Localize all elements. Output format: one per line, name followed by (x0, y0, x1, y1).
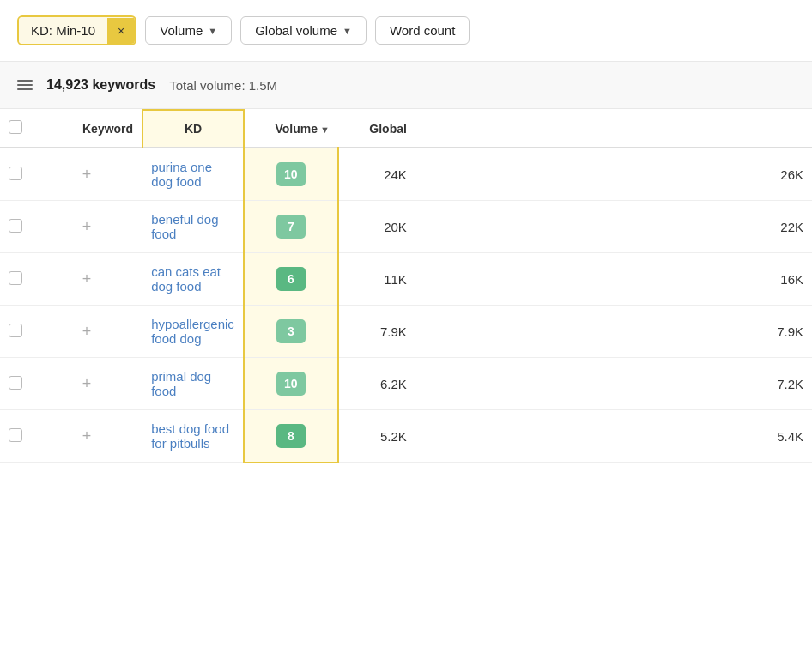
row-checkbox[interactable] (9, 271, 22, 285)
row-checkbox-cell (0, 306, 31, 358)
kd-badge: 10 (276, 372, 306, 396)
row-kd: 10 (244, 148, 338, 201)
add-keyword-icon[interactable]: + (82, 218, 92, 235)
row-keyword[interactable]: can cats eat dog food (142, 253, 244, 306)
row-global: 22K (415, 201, 812, 253)
row-volume: 7.9K (338, 306, 415, 358)
row-add-cell: + (31, 306, 142, 358)
row-checkbox-cell (0, 148, 31, 201)
word-count-filter-label: Word count (390, 23, 455, 38)
header-checkbox[interactable] (9, 120, 22, 134)
total-volume: Total volume: 1.5M (169, 78, 277, 93)
th-kd-label: KD (185, 122, 202, 136)
row-keyword[interactable]: primal dog food (142, 358, 244, 410)
row-keyword[interactable]: beneful dog food (142, 201, 244, 253)
row-global: 7.9K (415, 306, 812, 358)
row-kd: 7 (244, 201, 338, 253)
row-keyword[interactable]: purina one dog food (142, 148, 244, 201)
row-add-cell: + (31, 201, 142, 253)
kd-badge: 10 (276, 162, 306, 186)
add-keyword-icon[interactable]: + (82, 427, 92, 445)
th-global-label: Global (369, 122, 407, 136)
kd-badge: 3 (276, 319, 306, 343)
row-keyword[interactable]: hypoallergenic food dog (142, 306, 244, 358)
th-keyword-label: Keyword (82, 122, 133, 136)
global-volume-filter-arrow-icon: ▼ (342, 26, 352, 36)
row-checkbox-cell (0, 201, 31, 253)
th-global: Global (338, 110, 415, 148)
row-checkbox[interactable] (9, 219, 22, 233)
row-checkbox-cell (0, 358, 31, 410)
kd-filter-chip[interactable]: KD: Min-10 × (17, 15, 136, 45)
menu-icon[interactable] (17, 80, 33, 90)
table-header-row: Keyword KD Volume▼ Global (0, 110, 812, 148)
volume-filter-label: Volume (160, 23, 203, 38)
row-volume: 6.2K (338, 358, 415, 410)
kd-chip-label: KD: Min-10 (19, 17, 107, 44)
table-row: + primal dog food 10 6.2K 7.2K (0, 358, 812, 410)
th-checkbox (0, 110, 31, 148)
table-row: + hypoallergenic food dog 3 7.9K 7.9K (0, 306, 812, 358)
row-volume: 24K (338, 148, 415, 201)
row-checkbox-cell (0, 410, 31, 463)
kd-badge: 8 (276, 424, 306, 448)
row-global: 5.4K (415, 410, 812, 463)
row-checkbox[interactable] (9, 167, 22, 180)
global-volume-filter-button[interactable]: Global volume ▼ (240, 16, 367, 45)
kd-badge: 7 (276, 215, 306, 239)
kd-chip-close[interactable]: × (107, 18, 135, 44)
row-add-cell: + (31, 410, 142, 463)
menu-icon-line1 (17, 80, 33, 82)
add-keyword-icon[interactable]: + (82, 270, 92, 288)
table-row: + best dog food for pitbulls 8 5.2K 5.4K (0, 410, 812, 463)
row-volume: 20K (338, 201, 415, 253)
row-kd: 6 (244, 253, 338, 306)
volume-sort-icon: ▼ (320, 124, 330, 135)
volume-filter-button[interactable]: Volume ▼ (145, 16, 232, 45)
table-row: + can cats eat dog food 6 11K 16K (0, 253, 812, 306)
add-keyword-icon[interactable]: + (82, 375, 92, 392)
row-kd: 10 (244, 358, 338, 410)
menu-icon-line2 (17, 84, 33, 86)
row-global: 7.2K (415, 358, 812, 410)
row-global: 26K (415, 148, 812, 201)
th-volume[interactable]: Volume▼ (244, 110, 338, 148)
add-keyword-icon[interactable]: + (82, 166, 92, 183)
th-keyword: Keyword (31, 110, 142, 148)
filter-bar: KD: Min-10 × Volume ▼ Global volume ▼ Wo… (0, 0, 812, 62)
row-kd: 8 (244, 410, 338, 463)
summary-bar: 14,923 keywords Total volume: 1.5M (0, 62, 812, 109)
row-checkbox[interactable] (9, 376, 22, 390)
volume-filter-arrow-icon: ▼ (208, 26, 217, 36)
keyword-count: 14,923 keywords (46, 77, 155, 93)
word-count-filter-button[interactable]: Word count (375, 16, 470, 45)
table-row: + beneful dog food 7 20K 22K (0, 201, 812, 253)
add-keyword-icon[interactable]: + (82, 323, 92, 340)
row-keyword[interactable]: best dog food for pitbulls (142, 410, 244, 463)
keywords-table: Keyword KD Volume▼ Global + purina (0, 109, 812, 463)
row-volume: 11K (338, 253, 415, 306)
th-kd[interactable]: KD (142, 110, 244, 148)
row-checkbox-cell (0, 253, 31, 306)
row-checkbox[interactable] (9, 428, 22, 442)
row-kd: 3 (244, 306, 338, 358)
th-volume-label: Volume (275, 122, 318, 136)
menu-icon-line3 (17, 88, 33, 90)
row-global: 16K (415, 253, 812, 306)
row-add-cell: + (31, 358, 142, 410)
row-add-cell: + (31, 148, 142, 201)
row-volume: 5.2K (338, 410, 415, 463)
kd-badge: 6 (276, 267, 306, 291)
row-add-cell: + (31, 253, 142, 306)
global-volume-filter-label: Global volume (255, 23, 337, 38)
table-row: + purina one dog food 10 24K 26K (0, 148, 812, 201)
row-checkbox[interactable] (9, 324, 22, 337)
